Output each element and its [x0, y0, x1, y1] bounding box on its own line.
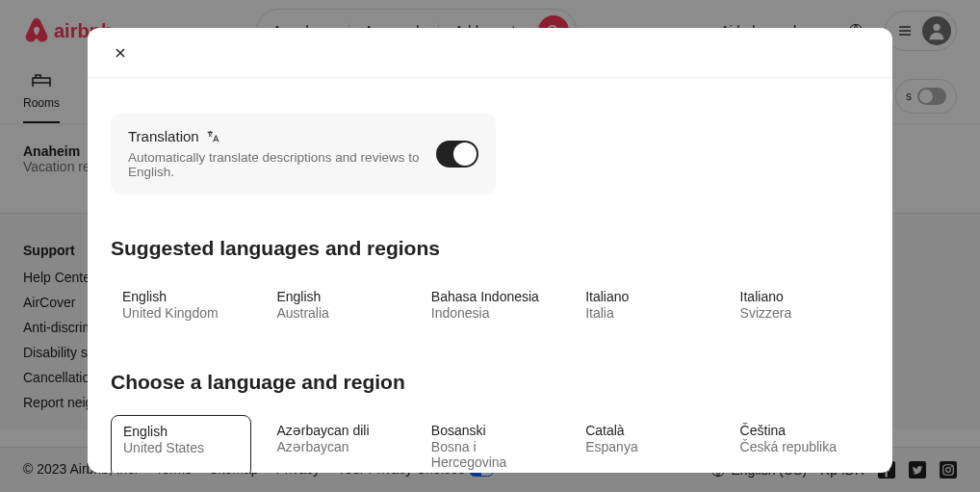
language-name: English: [276, 289, 394, 304]
language-region: Indonesia: [431, 305, 549, 321]
language-name: Bosanski: [431, 423, 549, 438]
language-name: Čeština: [740, 423, 858, 438]
modal-header: [88, 28, 892, 78]
language-region: United Kingdom: [122, 305, 240, 321]
language-option[interactable]: ItalianoSvizzera: [729, 281, 869, 328]
choose-section-title: Choose a language and region: [111, 371, 869, 394]
translation-toggle[interactable]: [436, 141, 478, 168]
language-region: Svizzera: [740, 305, 858, 321]
translation-subtitle: Automatically translate descriptions and…: [128, 150, 436, 179]
language-region: Česká republika: [740, 439, 858, 454]
all-languages-grid: EnglishUnited StatesAzərbaycan diliAzərb…: [111, 415, 869, 473]
language-region: Azərbaycan: [276, 439, 394, 454]
check-icon: [458, 147, 472, 161]
language-name: English: [122, 289, 240, 304]
language-modal: Translation Automatically translate desc…: [88, 28, 892, 473]
language-option[interactable]: CatalàEspanya: [574, 415, 714, 473]
language-option[interactable]: Azərbaycan diliAzərbaycan: [265, 415, 405, 473]
language-option[interactable]: EnglishUnited States: [111, 415, 251, 473]
language-option[interactable]: EnglishUnited Kingdom: [111, 281, 251, 328]
translation-card: Translation Automatically translate desc…: [111, 113, 496, 194]
language-option[interactable]: Bahasa IndonesiaIndonesia: [420, 281, 560, 328]
language-option[interactable]: ItalianoItalia: [574, 281, 714, 328]
language-region: Espanya: [585, 439, 703, 454]
language-region: Australia: [276, 305, 394, 321]
language-option[interactable]: BosanskiBosna i Hercegovina: [420, 415, 560, 473]
modal-body: Translation Automatically translate desc…: [88, 78, 892, 473]
language-region: United States: [123, 440, 239, 455]
language-region: Italia: [585, 305, 703, 321]
language-name: English: [123, 424, 239, 439]
language-option[interactable]: EnglishAustralia: [265, 281, 405, 328]
close-button[interactable]: [107, 39, 134, 66]
translation-title: Translation: [128, 128, 436, 144]
translate-icon: [205, 129, 220, 144]
language-name: Azərbaycan dili: [276, 423, 394, 438]
language-name: Català: [585, 423, 703, 438]
language-name: Italiano: [585, 289, 703, 304]
language-option[interactable]: ČeštinaČeská republika: [729, 415, 869, 473]
language-region: Bosna i Hercegovina: [431, 439, 549, 470]
suggested-section-title: Suggested languages and regions: [111, 237, 869, 260]
language-name: Italiano: [740, 289, 858, 304]
suggested-languages-grid: EnglishUnited KingdomEnglishAustraliaBah…: [111, 281, 869, 328]
language-name: Bahasa Indonesia: [431, 289, 549, 304]
close-icon: [114, 46, 127, 60]
